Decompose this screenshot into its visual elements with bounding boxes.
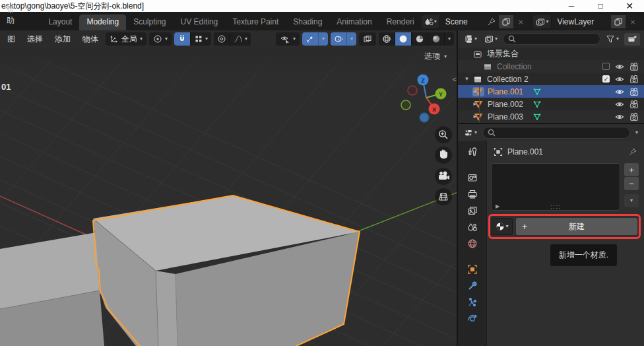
row-plane-002[interactable]: ► Plane.002 (458, 98, 644, 110)
properties-options-dropdown[interactable]: ▾ (633, 127, 640, 139)
mesh-box-unselected[interactable] (0, 232, 104, 346)
zoom-button[interactable] (435, 126, 452, 143)
shading-rendered-button[interactable] (428, 32, 444, 46)
menu-help[interactable]: 帮助 (0, 1, 26, 30)
tab-physics-icon[interactable] (467, 314, 478, 324)
object-visibility-dropdown[interactable]: ▾ (276, 32, 300, 46)
tab-modeling[interactable]: Modeling (79, 15, 126, 30)
shading-wireframe-button[interactable] (379, 32, 395, 46)
gizmo-minus-y[interactable] (401, 100, 410, 110)
tab-sculpting[interactable]: Sculpting (126, 15, 173, 30)
tab-animation[interactable]: Animation (329, 15, 379, 30)
unlink-scene-button[interactable]: × (513, 15, 528, 28)
tab-rendering[interactable]: Renderi (379, 15, 422, 30)
snap-toggle[interactable] (174, 32, 190, 46)
tab-layout[interactable]: Layout (41, 15, 79, 30)
viewport-options-dropdown[interactable]: 选项 ▾ (418, 50, 453, 63)
hide-eye-icon[interactable] (615, 62, 624, 71)
gizmo-dropdown[interactable]: ▾ (318, 32, 328, 46)
overlays-dropdown[interactable]: ▾ (346, 32, 356, 46)
properties-search-input[interactable] (482, 127, 630, 139)
pivot-point-dropdown[interactable]: ▾ (149, 32, 172, 46)
row-collection-2[interactable]: ▼ Collection 2 ✓ (458, 73, 644, 85)
new-material-button[interactable]: + 新建 (516, 218, 637, 235)
copy-viewlayer-button[interactable] (611, 15, 626, 28)
hide-eye-icon[interactable] (615, 75, 624, 84)
remove-viewlayer-button[interactable]: × (626, 15, 640, 28)
snap-to-dropdown[interactable]: ▾ (190, 32, 211, 46)
transform-orientation-dropdown[interactable]: 全局 ▾ (106, 32, 146, 46)
shading-solid-button[interactable] (395, 32, 411, 46)
editor-type-dropdown[interactable]: ▾ (462, 127, 479, 139)
add-slot-button[interactable]: + (624, 163, 639, 176)
scene-name[interactable]: Scene (440, 17, 485, 26)
menu-object[interactable]: 物体 (78, 32, 103, 47)
tab-particles-icon[interactable] (467, 297, 478, 308)
expand-arrow-icon[interactable]: ► (462, 114, 472, 120)
expand-arrow-icon[interactable]: ► (462, 101, 472, 107)
gizmo-minus-z[interactable] (420, 113, 429, 122)
tab-output-icon[interactable] (467, 189, 478, 199)
gizmo-minus-x[interactable] (408, 86, 417, 95)
pan-hand-button[interactable] (435, 147, 452, 164)
maximize-button[interactable]: □ (586, 0, 615, 12)
tab-uv-editing[interactable]: UV Editing (174, 15, 226, 30)
viewlayer-selector[interactable]: ▾ ViewLayer × (533, 15, 640, 28)
tab-scene-icon[interactable] (467, 222, 478, 232)
row-collection[interactable]: Collection (458, 60, 644, 73)
slot-specials-dropdown[interactable]: ▾ (624, 194, 639, 207)
editor-type-dropdown[interactable]: ▾ (462, 33, 479, 46)
collection-checkbox-checked[interactable]: ✓ (602, 75, 610, 83)
resize-grip[interactable]: ········ (550, 204, 561, 209)
close-button[interactable]: ✕ (615, 0, 644, 12)
tab-object-icon[interactable] (467, 264, 478, 275)
disable-render-camera-icon[interactable] (629, 112, 639, 121)
row-scene-collection[interactable]: 场景集合 (458, 48, 644, 60)
proportional-edit-toggle[interactable] (214, 32, 230, 46)
hide-eye-icon[interactable] (615, 100, 624, 109)
tab-texture-paint[interactable]: Texture Paint (225, 15, 286, 30)
expand-arrow-icon[interactable]: ► (462, 88, 472, 94)
display-mode-dropdown[interactable]: ▾ (482, 33, 499, 46)
xray-toggle[interactable] (359, 32, 376, 46)
expand-arrow-icon[interactable]: ▼ (462, 76, 472, 82)
filter-dropdown[interactable]: ▾ (604, 33, 621, 46)
scene-browse-button[interactable]: ▾ (422, 15, 440, 28)
menu-select[interactable]: 选择 (22, 32, 48, 47)
pin-icon[interactable] (484, 15, 499, 28)
remove-slot-button[interactable]: − (624, 177, 639, 190)
material-slot-list[interactable]: ▶ ········ (491, 163, 620, 211)
show-gizmo-toggle[interactable] (302, 32, 318, 46)
tab-modifiers-icon[interactable] (467, 281, 478, 291)
collection-checkbox-unchecked[interactable] (602, 63, 610, 70)
row-plane-003[interactable]: ► Plane.003 (458, 110, 644, 123)
breadcrumb-object-name[interactable]: Plane.001 (507, 147, 543, 156)
disable-render-camera-icon[interactable] (629, 100, 639, 109)
disable-render-camera-icon[interactable] (629, 62, 639, 71)
tab-shading[interactable]: Shading (286, 15, 329, 30)
viewlayer-browse-button[interactable]: ▾ (533, 15, 552, 28)
outliner-search-input[interactable] (503, 33, 600, 45)
menu-view[interactable]: 图 (3, 32, 20, 47)
show-overlays-toggle[interactable] (331, 32, 346, 46)
new-collection-button[interactable] (624, 33, 640, 46)
region-collapse-arrow[interactable]: < (453, 75, 457, 83)
tab-world-icon[interactable] (467, 238, 478, 249)
copy-scene-button[interactable] (499, 15, 513, 28)
tab-tool-icon[interactable] (467, 147, 478, 157)
tab-viewlayer-icon[interactable] (467, 205, 478, 216)
tab-render-icon[interactable] (467, 172, 478, 183)
shading-material-button[interactable] (411, 32, 428, 46)
scene-selector[interactable]: ▾ Scene × (422, 15, 529, 28)
hide-eye-icon[interactable] (615, 112, 624, 121)
minimize-button[interactable]: ─ (557, 0, 586, 12)
camera-view-button[interactable] (435, 168, 452, 185)
row-plane-001[interactable]: ► Plane.001 (458, 85, 644, 98)
expand-arrow-icon[interactable]: ▶ (496, 203, 499, 209)
shading-dropdown[interactable]: ▾ (444, 32, 454, 46)
pin-icon[interactable] (628, 147, 637, 156)
orthographic-toggle-button[interactable] (435, 188, 452, 205)
viewport-canvas[interactable]: Z Y X (0, 48, 457, 346)
falloff-dropdown[interactable]: ▾ (230, 32, 251, 46)
browse-material-dropdown[interactable]: ▾ (492, 218, 513, 235)
